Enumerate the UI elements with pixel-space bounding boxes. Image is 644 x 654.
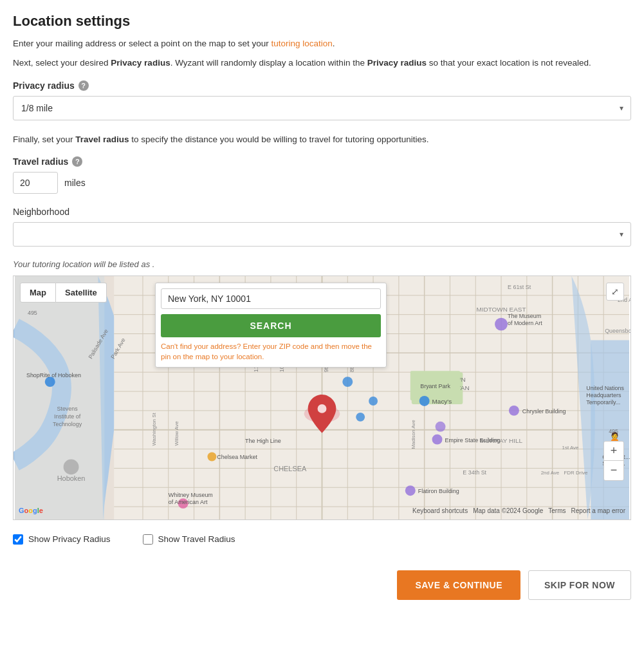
privacy-radius-select-wrapper: 1/8 mile 1/4 mile 1/2 mile 1 mile 2 mile… xyxy=(13,96,631,120)
travel-radius-input-row: miles xyxy=(13,172,631,194)
neighborhood-select-wrapper: ▾ xyxy=(13,222,631,247)
svg-text:CHELSEA: CHELSEA xyxy=(273,465,307,472)
travel-radius-help-icon[interactable]: ? xyxy=(72,156,82,167)
map-container[interactable]: HELL'S KITCHEN MIDTOWN EAST MIDTOWN MANH… xyxy=(13,276,631,520)
map-keyboard-shortcuts[interactable]: Keyboard shortcuts xyxy=(412,507,468,514)
privacy-radius-select[interactable]: 1/8 mile 1/4 mile 1/2 mile 1 mile 2 mile… xyxy=(13,96,631,120)
svg-text:495: 495 xyxy=(28,309,37,315)
svg-text:Chelsea Market: Chelsea Market xyxy=(217,453,257,460)
action-row: SAVE & CONTINUE SKIP FOR NOW xyxy=(13,564,631,606)
svg-point-76 xyxy=(436,422,446,432)
map-data-label: Map data ©2024 Google xyxy=(473,507,543,514)
map-zoom-controls: + − xyxy=(603,441,624,481)
svg-text:1st Ave: 1st Ave xyxy=(562,444,579,450)
svg-text:ShopRite of Hoboken: ShopRite of Hoboken xyxy=(26,372,81,378)
map-footer: Keyboard shortcuts Map data ©2024 Google… xyxy=(412,507,625,514)
svg-text:Queensboro Bri...: Queensboro Bri... xyxy=(605,327,630,333)
show-privacy-radius-text: Show Privacy Radius xyxy=(28,534,111,544)
svg-text:E 61st St: E 61st St xyxy=(508,284,531,290)
description-3: Finally, set your Travel radius to speci… xyxy=(13,133,631,146)
svg-text:Technology: Technology xyxy=(53,421,82,427)
page-title: Location settings xyxy=(13,13,631,30)
svg-text:Institute of: Institute of xyxy=(54,413,81,420)
tutoring-location-link[interactable]: tutoring location xyxy=(271,39,332,48)
show-privacy-radius-checkbox[interactable] xyxy=(13,534,23,545)
travel-radius-input[interactable] xyxy=(13,172,58,194)
map-fullscreen-button[interactable]: ⤢ xyxy=(606,283,624,301)
miles-label: miles xyxy=(64,178,86,188)
listing-note: Your tutoring location will be listed as… xyxy=(13,259,631,269)
svg-text:Whitney Museum: Whitney Museum xyxy=(169,492,213,498)
svg-text:Empire State Building: Empire State Building xyxy=(445,436,500,443)
map-view-controls: Map Satellite xyxy=(20,283,107,303)
svg-text:of American Art: of American Art xyxy=(169,499,208,505)
svg-text:of Modern Art: of Modern Art xyxy=(508,319,542,326)
svg-text:2nd Ave: 2nd Ave xyxy=(541,470,560,476)
svg-point-70 xyxy=(64,459,79,474)
svg-text:Stevens: Stevens xyxy=(57,406,78,412)
skip-for-now-button[interactable]: SKIP FOR NOW xyxy=(528,570,631,600)
svg-text:MIDTOWN EAST: MIDTOWN EAST xyxy=(476,305,526,312)
description-2: Next, select your desired Privacy radius… xyxy=(13,57,631,70)
svg-text:Chrysler Building: Chrysler Building xyxy=(522,408,566,415)
svg-text:Temporarily...: Temporarily... xyxy=(586,399,620,406)
svg-text:Hoboken: Hoboken xyxy=(57,474,86,482)
google-logo: Google xyxy=(19,507,43,514)
map-search-button[interactable]: SEARCH xyxy=(161,314,381,337)
svg-text:The Museum: The Museum xyxy=(508,312,541,319)
map-search-box: SEARCH Can't find your address? Enter yo… xyxy=(155,283,387,368)
radius-checkbox-row: Show Privacy Radius Show Travel Radius xyxy=(13,528,631,551)
svg-text:Madison Ave: Madison Ave xyxy=(410,419,416,449)
satellite-view-btn[interactable]: Satellite xyxy=(56,283,107,303)
neighborhood-section: Neighborhood ▾ xyxy=(13,207,631,247)
svg-point-46 xyxy=(495,317,508,330)
save-continue-button[interactable]: SAVE & CONTINUE xyxy=(397,570,520,600)
svg-point-51 xyxy=(419,396,430,406)
svg-point-75 xyxy=(356,413,365,422)
map-terms-link[interactable]: Terms xyxy=(548,507,566,514)
map-view-btn[interactable]: Map xyxy=(20,283,56,303)
privacy-radius-help-icon[interactable]: ? xyxy=(78,80,89,91)
svg-text:E 34th St: E 34th St xyxy=(463,469,486,476)
show-travel-radius-checkbox[interactable] xyxy=(143,534,153,545)
show-travel-radius-label[interactable]: Show Travel Radius xyxy=(143,534,235,545)
svg-text:Macy's: Macy's xyxy=(432,398,452,405)
map-zoom-in-button[interactable]: + xyxy=(604,442,623,461)
neighborhood-label: Neighborhood xyxy=(13,207,631,217)
map-zoom-out-button[interactable]: − xyxy=(604,461,623,480)
svg-text:Headquarters: Headquarters xyxy=(586,392,621,398)
map-search-hint: Can't find your address? Enter your ZIP … xyxy=(161,341,381,362)
svg-text:Flatiron Building: Flatiron Building xyxy=(418,488,459,494)
neighborhood-select[interactable] xyxy=(13,222,631,247)
svg-point-73 xyxy=(342,377,353,387)
description-1: Enter your mailing address or select a p… xyxy=(13,37,631,50)
svg-text:FDR Drive: FDR Drive xyxy=(564,470,589,476)
svg-text:The High Line: The High Line xyxy=(245,437,281,444)
svg-point-60 xyxy=(405,485,416,496)
map-report-link[interactable]: Report a map error xyxy=(571,507,625,514)
map-search-input[interactable] xyxy=(161,288,381,309)
svg-point-55 xyxy=(509,406,519,416)
svg-text:Willow Ave: Willow Ave xyxy=(174,421,179,446)
svg-point-53 xyxy=(432,434,443,444)
svg-text:Bryant Park: Bryant Park xyxy=(420,383,450,389)
svg-point-74 xyxy=(369,397,378,406)
svg-text:United Nations: United Nations xyxy=(586,385,624,391)
travel-radius-label-row: Travel radius ? xyxy=(13,156,631,167)
show-travel-radius-text: Show Travel Radius xyxy=(158,534,235,544)
svg-point-72 xyxy=(318,404,327,413)
show-privacy-radius-label[interactable]: Show Privacy Radius xyxy=(13,534,111,545)
svg-point-63 xyxy=(207,452,216,461)
svg-text:Washington St: Washington St xyxy=(151,412,157,445)
privacy-radius-label: Privacy radius ? xyxy=(13,80,631,91)
